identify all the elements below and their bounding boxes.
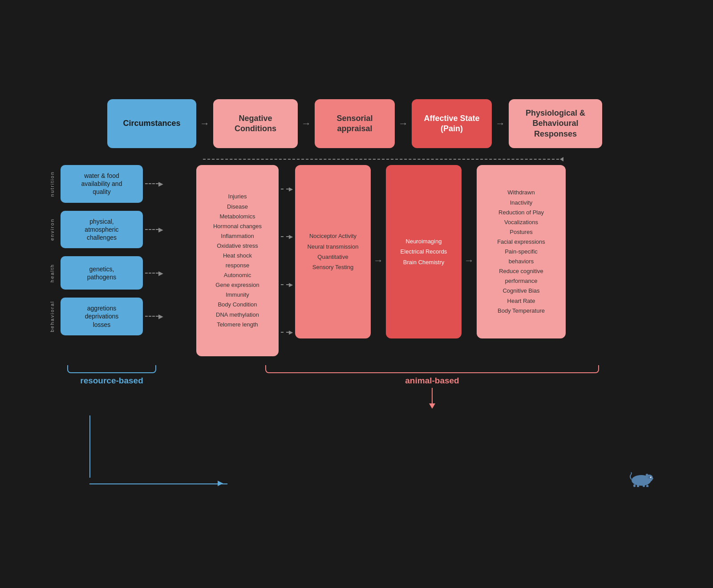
dashed-arrow-1: ▶ — [281, 186, 293, 192]
circumstances-col: nutrition water & food availability and … — [49, 165, 192, 335]
arrow-4: → — [495, 118, 505, 129]
header-sensorial: Sensorial appraisal — [315, 99, 395, 148]
nutrition-row: nutrition water & food availability and … — [49, 165, 192, 203]
affective-to-physio-arrow: → — [464, 165, 474, 356]
resource-bracket: resource-based — [58, 365, 165, 386]
dashed-arrows-group: ▶ ▶ ▶ ▶ — [281, 165, 293, 356]
header-circumstances: Circumstances — [107, 99, 196, 148]
arrow-v-line — [432, 388, 433, 403]
negative-conditions-content: Injuries Disease Metabolomics Hormonal c… — [213, 192, 262, 329]
dashed-arrow-4: ▶ — [281, 329, 293, 335]
dashed-arrow-2: ▶ — [281, 234, 293, 240]
svg-rect-6 — [646, 485, 648, 487]
environ-label: environ — [49, 218, 58, 241]
nutrition-label: nutrition — [49, 171, 58, 197]
aggretions-box: aggretions deprivations losses — [61, 298, 143, 335]
svg-point-9 — [652, 478, 653, 479]
affective-content-box: Neuroimaging Electrical Records Brain Ch… — [386, 165, 462, 338]
environ-arrow: ▶ — [145, 226, 163, 233]
axis-horizontal — [89, 483, 227, 484]
svg-rect-5 — [643, 484, 645, 487]
header-row: Circumstances → Negative Conditions → Se… — [107, 99, 664, 148]
arrow-3: → — [398, 118, 408, 129]
brackets-section: resource-based animal-based — [58, 365, 664, 409]
header-physiological: Physiological & Behavioural Responses — [509, 99, 602, 148]
svg-rect-4 — [637, 485, 639, 487]
genetics-box: genetics, pathogens — [61, 256, 143, 290]
arrow-v-head — [429, 403, 435, 409]
sensorial-label: Sensorial appraisal — [336, 113, 373, 134]
negative-conditions-label: Negative Conditions — [235, 113, 276, 134]
main-content-row: nutrition water & food availability and … — [49, 165, 664, 356]
resource-based-label: resource-based — [80, 376, 143, 386]
arrow-1: → — [200, 118, 210, 129]
svg-point-8 — [650, 477, 652, 478]
header-negative-conditions: Negative Conditions — [213, 99, 298, 148]
axis-vertical — [89, 415, 90, 478]
negative-conditions-content-box: Injuries Disease Metabolomics Hormonal c… — [196, 165, 279, 356]
resource-bracket-line — [67, 365, 156, 373]
behavioral-arrow: ▶ — [145, 313, 163, 320]
nutrition-arrow: ▶ — [145, 180, 163, 187]
health-label: health — [49, 264, 58, 282]
animal-based-label: animal-based — [405, 376, 459, 386]
affective-label: Affective State (Pain) — [424, 113, 479, 134]
arrow-2: → — [301, 118, 311, 129]
water-food-box: water & food availability and quality — [61, 165, 143, 203]
axes-container: ▶ — [76, 413, 245, 489]
animal-bracket-line — [265, 365, 599, 373]
physiological-label: Physiological & Behavioural Responses — [526, 108, 585, 139]
pig-icon — [628, 471, 655, 489]
diagram-container: Circumstances → Negative Conditions → Se… — [23, 81, 690, 507]
behavioral-label: behavioral — [49, 301, 58, 332]
header-affective: Affective State (Pain) — [412, 99, 492, 148]
sensor-to-affective-arrow: → — [373, 165, 383, 356]
svg-rect-3 — [633, 484, 636, 487]
health-row: health genetics, pathogens ▶ — [49, 256, 192, 290]
health-arrow: ▶ — [145, 270, 163, 277]
environ-row: environ physical, atmospheric challenges… — [49, 211, 192, 249]
feedback-arrow — [203, 157, 664, 161]
animal-down-arrow — [429, 388, 435, 409]
behavioral-row: behavioral aggretions deprivations losse… — [49, 298, 192, 335]
axis-h-arrow: ▶ — [218, 479, 223, 487]
sensorial-content-box: Nociceptor Activity Neural transmission … — [295, 165, 371, 338]
animal-bracket: animal-based — [201, 365, 664, 409]
physical-box: physical, atmospheric challenges — [61, 211, 143, 249]
dashed-arrow-3: ▶ — [281, 282, 293, 288]
physiological-content-box: Withdrawn Inactivity Reduction of Play V… — [477, 165, 566, 338]
